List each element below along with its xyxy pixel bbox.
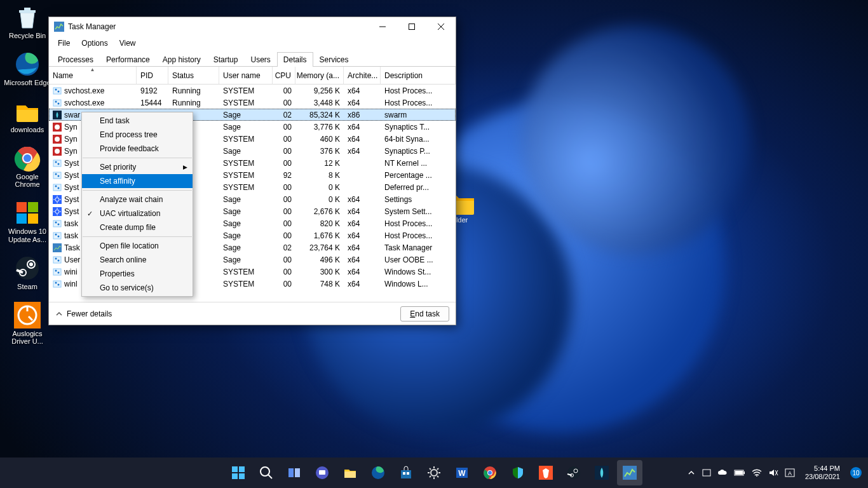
tray-battery-icon[interactable] (734, 469, 745, 477)
taskbar-start[interactable] (226, 460, 251, 485)
tab-details[interactable]: Details (277, 52, 313, 67)
tab-services[interactable]: Services (313, 52, 355, 67)
desktop-icon-auslogics[interactable]: Auslogics Driver U... (3, 301, 52, 346)
column-header-name[interactable]: Name▲ (49, 67, 137, 84)
menu-file[interactable]: File (53, 37, 75, 49)
desktop-icon-steam[interactable]: Steam (3, 254, 52, 292)
taskbar-chrome[interactable] (477, 460, 503, 485)
tab-performance[interactable]: Performance (100, 52, 156, 67)
maximize-button[interactable] (397, 17, 426, 36)
tab-app-history[interactable]: App history (156, 52, 207, 67)
taskbar-search[interactable] (254, 460, 279, 485)
tray-volume-icon[interactable] (768, 468, 778, 477)
taskbar-right: A 5:44 PM 23/08/2021 10 (683, 464, 865, 481)
cell-user: Sage (219, 147, 273, 156)
minimize-button[interactable] (368, 17, 397, 36)
tray-chevron-icon[interactable] (687, 468, 696, 477)
menu-item-uac-virtualization[interactable]: ✓UAC virtualization (82, 207, 193, 220)
taskbar-explorer[interactable] (337, 460, 363, 485)
column-header-status[interactable]: Status (168, 67, 219, 84)
process-name: swar (64, 111, 80, 119)
column-header-user-name[interactable]: User name (219, 67, 273, 84)
svg-rect-8 (28, 202, 38, 212)
svg-point-24 (55, 88, 57, 90)
menu-options[interactable]: Options (76, 37, 112, 49)
desktop-icon-chrome[interactable]: Google Chrome (3, 144, 52, 189)
process-icon (53, 207, 62, 216)
column-header-cpu[interactable]: CPU (273, 67, 295, 84)
cell-cpu: 00 (273, 195, 295, 204)
menu-item-go-to-service-s-[interactable]: Go to service(s) (82, 281, 193, 295)
cell-desc: System Sett... (381, 207, 456, 216)
desktop-icon-label: Steam (17, 283, 37, 290)
svg-rect-63 (53, 243, 62, 252)
tab-startup[interactable]: Startup (207, 52, 245, 67)
table-row[interactable]: svchost.exe9192RunningSYSTEM009,256 Kx64… (49, 85, 456, 97)
tray-wifi-icon[interactable] (752, 468, 762, 477)
fewer-details-toggle[interactable]: Fewer details (55, 309, 112, 318)
tab-users[interactable]: Users (244, 52, 276, 67)
desktop-icon-recycle-bin[interactable]: Recycle Bin (3, 3, 52, 41)
menu-item-end-task[interactable]: End task (82, 114, 193, 128)
column-header-archite-[interactable]: Archite... (344, 67, 381, 84)
notification-badge[interactable]: 10 (850, 467, 862, 478)
cell-desc: Settings (381, 195, 456, 204)
tab-processes[interactable]: Processes (51, 52, 100, 67)
menu-item-end-process-tree[interactable]: End process tree (82, 128, 193, 142)
process-name: winl (64, 280, 78, 288)
menu-item-set-priority[interactable]: Set priority▶ (82, 160, 193, 174)
system-tray[interactable]: A (683, 468, 799, 477)
chat-icon (315, 466, 329, 480)
svg-rect-112 (735, 471, 743, 475)
cell-pid: 9192 (137, 86, 168, 95)
svg-point-31 (55, 125, 60, 130)
tray-tablet-icon[interactable] (702, 468, 711, 477)
menu-view[interactable]: View (114, 37, 141, 49)
taskbar-steam[interactable] (561, 460, 587, 485)
svg-rect-26 (53, 100, 61, 106)
svg-rect-7 (17, 202, 27, 212)
menu-item-properties[interactable]: Properties (82, 267, 193, 281)
taskbar-word[interactable]: W (449, 460, 475, 485)
win10-update-icon (14, 200, 41, 226)
taskbar-brave[interactable] (533, 460, 559, 485)
svg-rect-83 (344, 471, 356, 478)
svg-text:A: A (788, 470, 792, 477)
end-task-button[interactable]: End task (400, 306, 449, 322)
svg-point-11 (16, 257, 39, 280)
taskbar-store[interactable] (393, 460, 419, 485)
desktop-icon-win10-update[interactable]: Windows 10 Update As... (3, 198, 52, 244)
taskbar-edge[interactable] (365, 460, 391, 485)
tray-cloud-icon[interactable] (717, 468, 728, 477)
svg-point-6 (24, 154, 31, 162)
taskbar-chat[interactable] (309, 460, 335, 485)
table-row[interactable]: svchost.exe15444RunningSYSTEM003,448 Kx6… (49, 97, 456, 109)
cell-desc: Host Proces... (381, 98, 456, 107)
taskbar-settings[interactable] (421, 460, 447, 485)
close-button[interactable] (426, 17, 456, 36)
taskbar-clock[interactable]: 5:44 PM 23/08/2021 (805, 464, 844, 481)
tray-ime-icon[interactable]: A (785, 468, 795, 477)
svg-point-103 (567, 466, 580, 479)
cell-arch: x64 (344, 219, 381, 228)
column-header-pid[interactable]: PID (137, 67, 168, 84)
taskbar-swarm[interactable] (589, 460, 614, 485)
menu-item-analyze-wait-chain[interactable]: Analyze wait chain (82, 193, 193, 207)
taskbar-security[interactable] (505, 460, 531, 485)
menu-item-search-online[interactable]: Search online (82, 253, 193, 267)
column-header-memory-a-[interactable]: Memory (a... (295, 67, 344, 84)
titlebar[interactable]: Task Manager (49, 17, 456, 36)
menu-item-create-dump-file[interactable]: Create dump file (82, 220, 193, 234)
menu-item-provide-feedback[interactable]: Provide feedback (82, 142, 193, 156)
chevron-right-icon: ▶ (183, 164, 187, 170)
menu-item-set-affinity[interactable]: Set affinity (82, 174, 193, 188)
desktop-icon-downloads[interactable]: downloads (3, 97, 52, 135)
desktop-icon-edge[interactable]: Microsoft Edge (3, 50, 52, 88)
taskbar-taskview[interactable] (281, 460, 307, 485)
svg-line-96 (437, 468, 438, 470)
taskbar-taskmgr[interactable] (617, 460, 642, 485)
svg-rect-85 (401, 470, 411, 478)
cell-cpu: 00 (273, 147, 295, 156)
column-header-description[interactable]: Description (381, 67, 456, 84)
menu-item-open-file-location[interactable]: Open file location (82, 239, 193, 253)
